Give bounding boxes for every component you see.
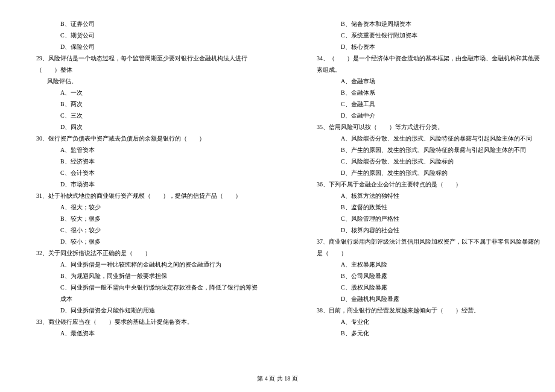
q38-option-b: B、多元化 [293, 327, 543, 339]
q33-option-c: C、系统重要性银行附加资本 [293, 30, 543, 41]
q31-option-d: D、较小；很多 [12, 236, 262, 247]
q29-option-a: A、一次 [12, 87, 262, 98]
q33-option-a: A、最低资本 [12, 327, 262, 339]
right-column: B、储备资本和逆周期资本 C、系统重要性银行附加资本 D、核心资本 34、（ ）… [293, 18, 543, 339]
q29-text-cont: 风险评估。 [12, 75, 262, 87]
q36-option-c: C、风险管理的严格性 [293, 213, 543, 224]
q31-option-c: C、很小；较少 [12, 224, 262, 236]
q36-text: 36、下列不属于金融企业会计的主要特点的是（ ） [293, 179, 543, 190]
q28-option-d: D、保险公司 [12, 41, 262, 52]
q29-option-d: D、四次 [12, 121, 262, 133]
q33-option-b: B、储备资本和逆周期资本 [293, 18, 543, 30]
q34-text: 34、（ ）是一个经济体中资金流动的基本框架，由金融市场、金融机构和其他要素组成… [293, 52, 543, 75]
q32-text: 32、关于同业拆借说法不正确的是（ ） [12, 247, 262, 259]
q29-text: 29、风险评估是一个动态过程，每个监管周期至少要对银行业金融机构法人进行（ ）整… [12, 52, 262, 75]
q28-option-c: C、期货公司 [12, 30, 262, 41]
q33-text: 33、商业银行应当在（ ）要求的基础上计提储备资本。 [12, 316, 262, 327]
q32-option-b: B、为规避风险，同业拆借一般要求担保 [12, 270, 262, 282]
left-column: B、证券公司 C、期货公司 D、保险公司 29、风险评估是一个动态过程，每个监管… [12, 18, 262, 339]
q32-option-c: C、同业拆借一般不需向中央银行缴纳法定存款准备金，降低了银行的筹资成本 [12, 282, 262, 305]
q36-option-a: A、核算方法的独特性 [293, 190, 543, 201]
q37-text: 37、商业银行采用内部评级法计算信用风险加权资产，以下不属于非零售风险暴露的是（… [293, 236, 543, 259]
q37-option-b: B、公司风险暴露 [293, 270, 543, 282]
q37-option-a: A、主权暴露风险 [293, 259, 543, 270]
q30-text: 30、银行资产负债表中资产减去负债后的余额是银行的（ ） [12, 133, 262, 144]
q38-text: 38、目前，商业银行的经营发展越来越倾向于（ ）经营。 [293, 305, 543, 316]
q35-text: 35、信用风险可以按（ ）等方式进行分类。 [293, 121, 543, 133]
q37-option-c: C、股权风险暴露 [293, 282, 543, 293]
q32-option-d: D、同业拆借资金只能作短期的用途 [12, 305, 262, 316]
q30-option-b: B、经济资本 [12, 156, 262, 167]
q33-option-d: D、核心资本 [293, 41, 543, 52]
q37-option-d: D、金融机构风险暴露 [293, 293, 543, 305]
q28-option-b: B、证券公司 [12, 18, 262, 30]
q30-option-c: C、会计资本 [12, 167, 262, 179]
q34-option-d: D、金融中介 [293, 110, 543, 121]
q31-option-a: A、很大；较少 [12, 201, 262, 213]
q30-option-d: D、市场资本 [12, 179, 262, 190]
q36-option-d: D、核算内容的社会性 [293, 224, 543, 236]
q36-option-b: B、监督的政策性 [293, 201, 543, 213]
q31-text: 31、处于补缺式地位的商业银行资产规模（ ），提供的信贷产品（ ） [12, 190, 262, 201]
q32-option-a: A、同业拆借是一种比较纯粹的金融机构之间的资金融通行为 [12, 259, 262, 270]
q35-option-a: A、风险能否分散、发生的形式、风险特征的暴露与引起风险主体的不同 [293, 133, 543, 144]
q31-option-b: B、较大；很多 [12, 213, 262, 224]
q29-option-b: B、两次 [12, 98, 262, 110]
q35-option-d: D、产生的原因、发生的形式、风险标的 [293, 167, 543, 179]
q35-option-b: B、产生的原因、发生的形式、风险特征的暴露与引起风险主体的不同 [293, 144, 543, 156]
q34-option-a: A、金融市场 [293, 75, 543, 87]
page-footer: 第 4 页 共 18 页 [0, 375, 555, 383]
q38-option-a: A、专业化 [293, 316, 543, 327]
q30-option-a: A、监管资本 [12, 144, 262, 156]
content-columns: B、证券公司 C、期货公司 D、保险公司 29、风险评估是一个动态过程，每个监管… [12, 18, 543, 339]
q29-option-c: C、三次 [12, 110, 262, 121]
q35-option-c: C、风险能否分散、发生的形式、风险标的 [293, 156, 543, 167]
q34-option-c: C、金融工具 [293, 98, 543, 110]
q34-option-b: B、金融体系 [293, 87, 543, 98]
